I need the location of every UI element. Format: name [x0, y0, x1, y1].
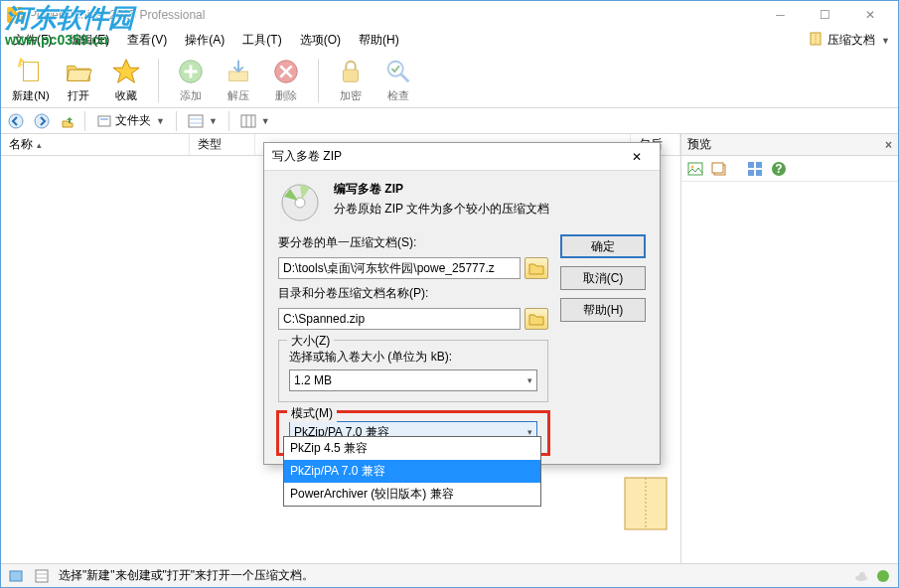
titlebar: PowerArchiver 2015 Professional ─ ☐ ✕: [1, 1, 898, 29]
list-view-icon: [188, 113, 204, 129]
columns-icon: [240, 113, 256, 129]
cancel-button[interactable]: 取消(C): [560, 266, 646, 290]
size-fieldset: 大小(Z) 选择或输入卷大小 (单位为 kB): 1.2 MB ▾: [278, 340, 548, 402]
dropdown-option-0[interactable]: PkZip 4.5 兼容: [284, 437, 540, 460]
svg-rect-23: [688, 163, 702, 175]
col-name[interactable]: 名称▴: [1, 134, 190, 155]
svg-rect-29: [748, 170, 754, 176]
svg-rect-33: [10, 571, 22, 581]
status-icon-1[interactable]: [7, 567, 25, 585]
svg-rect-8: [344, 70, 359, 81]
nav-view-select[interactable]: ▼: [183, 110, 223, 132]
svg-rect-18: [241, 115, 255, 127]
nav-columns-select[interactable]: ▼: [235, 110, 275, 132]
navigation-bar: 文件夹 ▼ ▼ ▼: [1, 108, 898, 134]
chevron-down-icon[interactable]: ▼: [881, 36, 890, 46]
extract-button: 解压: [215, 55, 262, 106]
menu-edit[interactable]: 编辑(E): [62, 29, 117, 52]
dialog-title: 写入多卷 ZIP: [272, 148, 342, 165]
chevron-down-icon: ▼: [156, 116, 165, 126]
span-zip-dialog: 写入多卷 ZIP ✕ 编写多卷 ZIP 分卷原始 ZIP 文件为多个较小的压缩文…: [263, 142, 661, 465]
svg-point-24: [691, 165, 694, 168]
statusbar: 选择"新建"来创建或"打开"来打开一个压缩文档。: [1, 563, 898, 587]
preview-image-button[interactable]: [685, 159, 705, 179]
preview-close-button[interactable]: ×: [885, 138, 892, 152]
source-input[interactable]: [278, 257, 521, 279]
encrypt-button: 加密: [327, 55, 375, 106]
close-button[interactable]: ✕: [847, 1, 892, 29]
menu-view[interactable]: 查看(V): [119, 29, 175, 52]
lock-icon: [336, 57, 366, 86]
svg-point-38: [859, 572, 865, 578]
status-icon-green[interactable]: [874, 567, 892, 585]
preview-panel: 预览 × ?: [681, 134, 898, 563]
menu-tools[interactable]: 工具(T): [234, 29, 289, 52]
col-type[interactable]: 类型: [190, 134, 255, 155]
source-browse-button[interactable]: [524, 257, 548, 279]
app-icon: [7, 7, 23, 23]
open-button[interactable]: 打开: [55, 55, 102, 106]
svg-marker-4: [113, 60, 139, 82]
svg-rect-30: [756, 170, 762, 176]
delete-button: 删除: [262, 55, 310, 106]
preview-grid-button[interactable]: [745, 159, 765, 179]
add-icon: [176, 57, 206, 86]
dest-input[interactable]: [278, 308, 521, 330]
size-select[interactable]: 1.2 MB ▾: [289, 369, 537, 391]
dialog-titlebar[interactable]: 写入多卷 ZIP ✕: [264, 143, 660, 171]
archive-icon: [808, 31, 824, 50]
folder-icon: [528, 261, 544, 275]
new-button[interactable]: 新建(N): [7, 55, 55, 106]
preview-images-button[interactable]: [709, 159, 729, 179]
dialog-hero-desc: 分卷原始 ZIP 文件为多个较小的压缩文档: [334, 201, 646, 218]
svg-rect-6: [229, 72, 248, 80]
menu-help[interactable]: 帮助(H): [351, 29, 407, 52]
minimize-button[interactable]: ─: [758, 1, 803, 29]
menu-options[interactable]: 选项(O): [292, 29, 349, 52]
archive-label[interactable]: 压缩文档: [827, 32, 875, 49]
dropdown-option-1[interactable]: PkZip/PA 7.0 兼容: [284, 460, 540, 483]
help-button[interactable]: 帮助(H): [560, 298, 646, 322]
label-source: 要分卷的单一压缩文档(S):: [278, 234, 548, 251]
maximize-button[interactable]: ☐: [803, 1, 847, 29]
preview-body: [681, 182, 898, 563]
svg-rect-14: [100, 118, 108, 120]
nav-back-button[interactable]: [5, 110, 27, 132]
open-icon: [64, 57, 93, 86]
dest-browse-button[interactable]: [524, 308, 548, 330]
size-legend: 大小(Z): [287, 333, 334, 350]
svg-rect-27: [748, 162, 754, 168]
chevron-down-icon: ▼: [261, 116, 270, 126]
toolbar: 新建(N) 打开 收藏 添加 解压 删除: [1, 53, 898, 108]
dialog-hero: 编写多卷 ZIP 分卷原始 ZIP 文件为多个较小的压缩文档: [264, 171, 660, 232]
menu-action[interactable]: 操作(A): [177, 29, 232, 52]
new-icon: [16, 57, 46, 86]
star-icon: [111, 57, 141, 86]
delete-icon: [271, 57, 301, 86]
nav-forward-button[interactable]: [31, 110, 53, 132]
preview-title: 预览: [687, 136, 711, 153]
chevron-down-icon: ▾: [527, 375, 532, 385]
folder-icon: [96, 113, 112, 129]
svg-rect-15: [189, 115, 203, 127]
svg-line-10: [401, 74, 409, 82]
preview-help-button[interactable]: ?: [769, 159, 789, 179]
status-icon-cloud[interactable]: [852, 567, 870, 585]
nav-folder-select[interactable]: 文件夹 ▼: [91, 110, 170, 132]
ok-button[interactable]: 确定: [560, 234, 646, 258]
svg-point-39: [877, 570, 889, 582]
folder-icon: [528, 312, 544, 326]
mode-dropdown-list[interactable]: PkZip 4.5 兼容 PkZip/PA 7.0 兼容 PowerArchiv…: [283, 436, 541, 507]
fav-button[interactable]: 收藏: [102, 55, 150, 106]
status-icon-2[interactable]: [33, 567, 51, 585]
nav-up-button[interactable]: [57, 110, 78, 132]
cd-icon: [278, 181, 322, 224]
menu-file[interactable]: 文件(F): [5, 29, 60, 52]
svg-point-11: [9, 114, 23, 128]
svg-point-12: [35, 114, 49, 128]
mode-legend: 模式(M): [287, 405, 337, 422]
dialog-close-button[interactable]: ✕: [622, 146, 652, 168]
svg-point-9: [388, 62, 403, 76]
dropdown-option-2[interactable]: PowerArchiver (较旧版本) 兼容: [284, 483, 540, 506]
label-size: 选择或输入卷大小 (单位为 kB):: [289, 349, 537, 366]
